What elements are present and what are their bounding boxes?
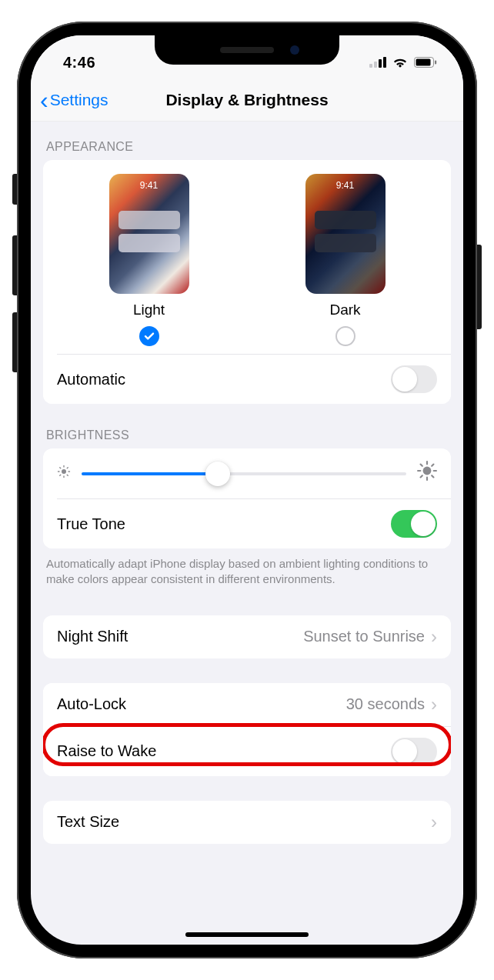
- auto-lock-label: Auto-Lock: [57, 695, 126, 713]
- back-label: Settings: [50, 91, 108, 109]
- brightness-slider[interactable]: [82, 472, 406, 475]
- svg-rect-6: [435, 61, 436, 65]
- appearance-card: 9:41 Light 9:41: [43, 160, 451, 404]
- slider-thumb[interactable]: [205, 462, 230, 486]
- lock-card: Auto-Lock 30 seconds › Raise to Wake: [43, 683, 451, 776]
- svg-rect-5: [416, 59, 431, 66]
- status-time: 4:46: [63, 54, 95, 72]
- chevron-left-icon: ‹: [40, 88, 48, 112]
- brightness-header: BRIGHTNESS: [31, 404, 463, 448]
- night-shift-row[interactable]: Night Shift Sunset to Sunrise ›: [43, 615, 451, 658]
- night-shift-value: Sunset to Sunrise: [303, 628, 425, 645]
- true-tone-row[interactable]: True Tone: [43, 499, 451, 548]
- auto-lock-row[interactable]: Auto-Lock 30 seconds ›: [43, 683, 451, 726]
- svg-rect-1: [374, 62, 377, 68]
- status-icons: [369, 56, 437, 68]
- svg-line-23: [421, 475, 422, 477]
- true-tone-note: Automatically adapt iPhone display based…: [31, 548, 463, 594]
- true-tone-toggle[interactable]: [391, 510, 437, 538]
- automatic-label: Automatic: [57, 371, 125, 388]
- svg-point-7: [62, 469, 66, 474]
- mute-switch: [12, 174, 17, 205]
- volume-down-button: [12, 312, 17, 372]
- sun-max-icon: [417, 461, 437, 486]
- nav-bar: ‹ Settings Display & Brightness: [31, 78, 463, 122]
- raise-to-wake-toggle[interactable]: [391, 738, 437, 765]
- auto-lock-value: 30 seconds: [346, 695, 425, 713]
- true-tone-label: True Tone: [57, 515, 125, 533]
- automatic-toggle[interactable]: [391, 365, 437, 393]
- svg-line-22: [432, 475, 433, 477]
- dark-theme-thumbnail: 9:41: [305, 174, 386, 294]
- battery-icon: [414, 57, 437, 68]
- svg-line-15: [67, 468, 68, 468]
- home-indicator[interactable]: [185, 932, 309, 937]
- text-size-card: Text Size ›: [43, 801, 451, 844]
- raise-to-wake-label: Raise to Wake: [57, 742, 156, 760]
- phone-frame: 4:46: [17, 22, 477, 958]
- svg-line-21: [421, 465, 422, 466]
- light-theme-thumbnail: 9:41: [109, 174, 189, 294]
- appearance-header: APPEARANCE: [31, 122, 463, 160]
- automatic-row[interactable]: Automatic: [43, 355, 451, 404]
- svg-point-16: [423, 467, 432, 475]
- appearance-option-light[interactable]: 9:41 Light: [58, 174, 239, 346]
- cellular-icon: [369, 57, 386, 68]
- checkmark-icon: [144, 331, 155, 342]
- text-size-row[interactable]: Text Size ›: [43, 801, 451, 844]
- brightness-slider-row: [43, 448, 451, 498]
- svg-rect-2: [379, 59, 382, 68]
- light-label: Light: [133, 302, 165, 318]
- appearance-option-dark[interactable]: 9:41 Dark: [255, 174, 436, 346]
- chevron-right-icon: ›: [431, 812, 437, 833]
- light-radio-checked[interactable]: [139, 326, 159, 346]
- raise-to-wake-row[interactable]: Raise to Wake: [43, 727, 451, 776]
- sun-min-icon: [57, 465, 71, 482]
- brightness-card: True Tone: [43, 448, 451, 548]
- dark-label: Dark: [329, 302, 360, 318]
- svg-line-24: [432, 465, 433, 466]
- screen: 4:46: [31, 35, 463, 945]
- wifi-icon: [392, 56, 409, 68]
- dark-radio-unchecked[interactable]: [335, 326, 355, 346]
- text-size-label: Text Size: [57, 813, 119, 831]
- volume-up-button: [12, 235, 17, 295]
- chevron-right-icon: ›: [431, 694, 437, 715]
- svg-rect-0: [369, 64, 372, 68]
- svg-line-12: [60, 468, 61, 468]
- svg-line-14: [60, 475, 61, 475]
- side-button: [477, 245, 482, 329]
- chevron-right-icon: ›: [431, 626, 437, 648]
- svg-line-13: [67, 475, 68, 475]
- back-button[interactable]: ‹ Settings: [40, 88, 108, 112]
- night-shift-label: Night Shift: [57, 628, 128, 645]
- svg-rect-3: [383, 57, 386, 68]
- night-shift-card: Night Shift Sunset to Sunrise ›: [43, 615, 451, 658]
- notch: [155, 35, 339, 65]
